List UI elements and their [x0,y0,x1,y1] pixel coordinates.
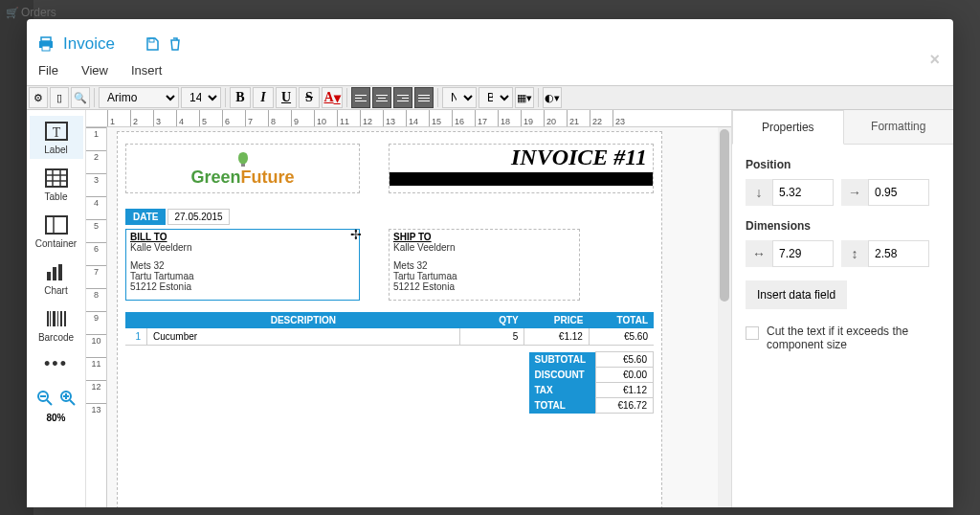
tool-palette: T Label Table Container Chart Barcode ••… [27,110,86,507]
grid-button[interactable]: ▦▾ [515,87,534,108]
align-justify-button[interactable] [414,87,434,108]
strike-button[interactable]: S [299,87,320,108]
tool-page-icon[interactable]: ▯ [50,87,69,108]
svg-rect-14 [53,267,56,280]
toolbar: ⚙ ▯ 🔍 Arimo 14 B I U S A▾ None Bord ▦▾ ◐… [27,85,953,110]
menubar: File View Insert [27,63,953,85]
italic-button[interactable]: I [253,87,274,108]
totals-box[interactable]: SUBTOTAL€5.60 DISCOUNT€0.00 TAX€1.12 TOT… [125,351,654,414]
font-select[interactable]: Arimo [99,87,179,108]
svg-rect-16 [47,311,49,326]
menu-insert[interactable]: Insert [131,63,163,78]
width-icon: ↔ [746,240,772,267]
align-right-button[interactable] [393,87,412,108]
zoom-percent: 80% [46,413,65,423]
underline-button[interactable]: U [276,87,297,108]
print-icon[interactable] [38,36,54,52]
arrow-down-icon: ↓ [746,179,772,206]
fontsize-select[interactable]: 14 [181,87,221,108]
svg-rect-15 [58,264,62,280]
date-value[interactable]: 27.05.2015 [167,209,229,225]
zoom-out-icon[interactable] [36,390,54,407]
tool-chart[interactable]: Chart [30,257,83,300]
svg-line-23 [47,400,52,405]
tool-barcode[interactable]: Barcode [30,303,83,347]
border-select[interactable]: Bord [479,87,513,108]
svg-rect-19 [57,311,58,326]
height-icon: ↕ [841,240,868,267]
line-items-table[interactable]: DESCRIPTION QTY PRICE TOTAL 1 Cucumber 5… [125,312,654,346]
tool-more[interactable]: ••• [30,350,83,378]
dimensions-label: Dimensions [746,219,940,233]
zoom-in-icon[interactable] [59,390,77,407]
tool-container[interactable]: Container [30,210,83,253]
invoice-canvas[interactable]: GreenFuture INVOICE #11 DATE 27.05.2015 [117,131,662,507]
align-left-button[interactable] [351,87,370,108]
svg-rect-0 [41,37,51,41]
menu-view[interactable]: View [81,63,108,78]
arrow-right-icon: → [841,179,868,206]
invoice-title: INVOICE #11 [390,145,653,170]
svg-rect-17 [50,311,51,326]
cut-text-checkbox[interactable] [746,326,759,340]
tool-label[interactable]: T Label [30,116,83,159]
invoice-title-box[interactable]: INVOICE #11 [389,144,654,193]
contrast-button[interactable]: ◐▾ [543,87,562,108]
svg-rect-2 [42,46,50,51]
insert-data-field-button[interactable]: Insert data field [746,280,847,309]
dim-width-input[interactable] [772,240,834,267]
tool-settings-icon[interactable]: ⚙ [29,87,48,108]
svg-line-26 [70,400,75,405]
modal-header: Invoice [27,19,953,63]
save-icon[interactable] [145,37,159,51]
position-x-input[interactable] [868,179,929,206]
resize-handle-icon[interactable]: ✢ [350,227,362,242]
svg-rect-18 [53,311,56,326]
bold-button[interactable]: B [230,87,251,108]
tab-formatting[interactable]: Formatting [844,110,954,144]
position-y-input[interactable] [772,179,834,206]
position-label: Position [746,158,940,171]
menu-file[interactable]: File [38,63,58,78]
svg-rect-6 [46,169,67,187]
dim-height-input[interactable] [868,240,929,267]
horizontal-ruler: 1234567891011121314151617181920212223 [86,110,731,127]
svg-rect-21 [64,311,66,326]
properties-panel: Properties Formatting Position ↓ → Dimen… [731,110,953,507]
tab-properties[interactable]: Properties [732,110,844,145]
bulb-icon [233,150,254,168]
vertical-scrollbar[interactable] [718,127,731,507]
modal-title: Invoice [63,34,115,54]
date-label: DATE [125,209,166,225]
fontcolor-button[interactable]: A▾ [322,87,343,108]
vertical-ruler: 12345678910111213 [86,127,107,507]
svg-rect-11 [46,216,67,234]
svg-rect-29 [241,164,245,167]
close-icon[interactable]: × [929,50,940,70]
tool-table[interactable]: Table [30,163,83,206]
editor-modal: × Invoice File View Insert ⚙ ▯ 🔍 Arimo 1… [27,19,953,507]
table-row[interactable]: 1 Cucumber 5 €1.12 €5.60 [125,328,654,346]
logo-box[interactable]: GreenFuture [125,144,360,193]
align-center-button[interactable] [372,87,391,108]
svg-rect-13 [47,272,51,280]
cut-text-label: Cut the text if it exceeds the component… [767,325,940,351]
style-select-a[interactable]: None [442,87,477,108]
bill-to-box[interactable]: ✢ BILL TO Kalle Veeldern Mets 32 Tartu T… [125,229,360,301]
svg-rect-20 [60,311,62,326]
svg-text:T: T [52,125,60,140]
ship-to-box[interactable]: SHIP TO Kalle Veeldern Mets 32 Tartu Tar… [389,229,580,301]
tool-zoom-icon[interactable]: 🔍 [71,87,90,108]
trash-icon[interactable] [168,37,182,51]
